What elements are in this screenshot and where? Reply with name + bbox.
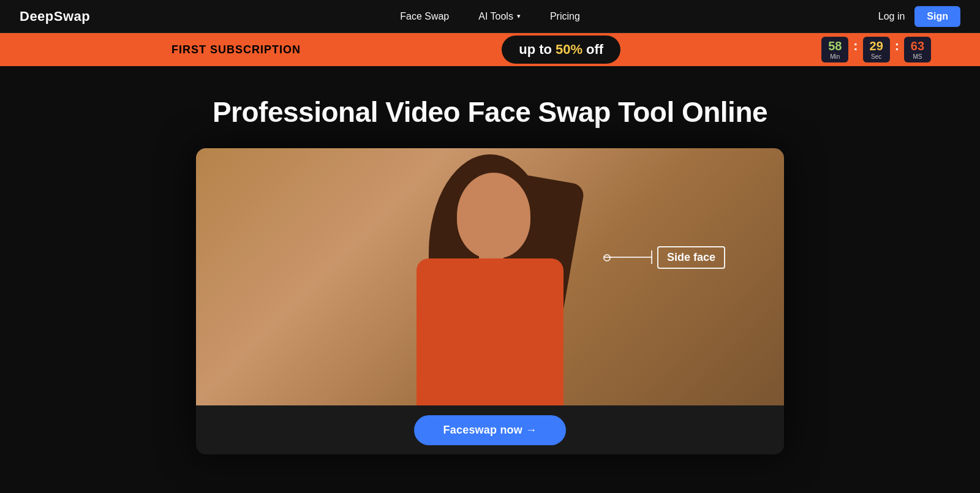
ai-tools-dropdown-icon: ▾: [517, 12, 521, 20]
navbar: DeepSwap Face Swap AI Tools ▾ Pricing Lo…: [0, 0, 980, 33]
signup-button[interactable]: Sign: [914, 6, 960, 27]
video-card: Side face Faceswap now →: [196, 148, 784, 454]
promo-timer: 58 Min : 29 Sec : 63 MS: [821, 37, 931, 62]
login-button[interactable]: Log in: [878, 11, 905, 22]
face: [457, 173, 530, 258]
nav-center: Face Swap AI Tools ▾ Pricing: [400, 11, 580, 22]
hero-title: Professional Video Face Swap Tool Online: [213, 96, 767, 129]
timer-milliseconds: 63 MS: [904, 37, 931, 62]
side-face-text: Side face: [657, 246, 725, 269]
nav-ai-tools[interactable]: AI Tools ▾: [478, 11, 521, 22]
timer-min-value: 58: [828, 39, 842, 53]
side-face-connector: [603, 257, 652, 258]
timer-ms-value: 63: [911, 39, 924, 53]
video-bottom-bar: Faceswap now →: [196, 405, 784, 454]
video-frame: Side face: [196, 148, 784, 405]
faceswap-now-button[interactable]: Faceswap now →: [414, 415, 567, 445]
nav-pricing[interactable]: Pricing: [550, 11, 580, 22]
timer-sec-value: 29: [870, 39, 883, 53]
promo-off: off: [586, 42, 603, 58]
timer-minutes: 58 Min: [821, 37, 848, 62]
nav-right: Log in Sign: [878, 6, 960, 27]
timer-seconds: 29 Sec: [863, 37, 890, 62]
body: [417, 258, 564, 405]
hero-section: Professional Video Face Swap Tool Online…: [0, 66, 980, 454]
promo-text: FIRST SUBSCRIPTION: [172, 43, 301, 56]
promo-banner: FIRST SUBSCRIPTION up to 50% off 58 Min …: [0, 33, 980, 66]
timer-colon-1: :: [852, 38, 859, 54]
promo-percent: 50%: [556, 42, 582, 58]
woman-figure: [392, 154, 588, 405]
timer-ms-label: MS: [913, 53, 922, 60]
promo-up-to: up to: [519, 42, 552, 58]
promo-offer[interactable]: up to 50% off: [502, 36, 620, 64]
timer-colon-2: :: [894, 38, 900, 54]
side-face-label: Side face: [603, 246, 725, 269]
timer-min-label: Min: [830, 53, 840, 60]
timer-sec-label: Sec: [871, 53, 881, 60]
logo: DeepSwap: [20, 9, 90, 24]
nav-face-swap[interactable]: Face Swap: [400, 11, 449, 22]
